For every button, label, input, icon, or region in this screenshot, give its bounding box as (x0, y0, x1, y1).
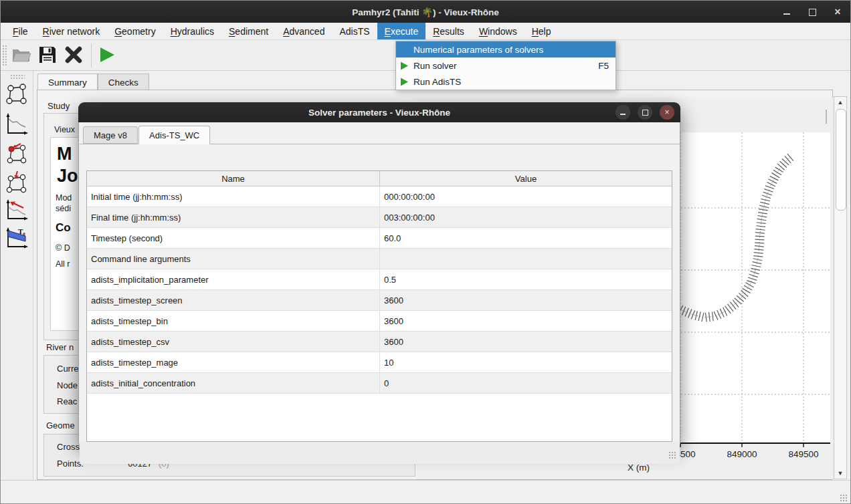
dialog-tab-mage-v8[interactable]: Mage v8 (83, 126, 138, 144)
dialog-bottom-strip (80, 442, 680, 464)
menu-river-network[interactable]: River network (35, 23, 108, 39)
menu-help[interactable]: Help (525, 23, 559, 39)
table-row[interactable]: Final time (jj:hh:mm:ss)003:00:00:00 (87, 207, 672, 228)
solver-parameters-dialog: Solver parameters - Vieux-Rhône × Mage v… (78, 102, 680, 445)
param-name-cell[interactable]: Timestep (second) (87, 228, 380, 248)
param-value-cell[interactable] (380, 249, 672, 269)
tab-checks[interactable]: Checks (98, 74, 149, 90)
menu-windows[interactable]: Windows (472, 23, 525, 39)
table-header: NameValue (87, 171, 672, 186)
menu-item-label: Numerical parameters of solvers (413, 45, 543, 55)
param-name-cell[interactable]: Initial time (jj:hh:mm:ss) (87, 186, 380, 207)
sidebar-drag-handle[interactable] (10, 74, 25, 80)
edit-reach-icon[interactable] (5, 170, 29, 194)
study-group-label: Study (45, 101, 72, 111)
window-titlebar[interactable]: Pamhyr2 (Tahiti 🌴) - Vieux-Rhône × (1, 1, 850, 23)
study-desc-line2: sédi (56, 204, 71, 213)
menu-item-label: Run AdisTS (413, 77, 461, 87)
param-name-cell[interactable]: adists_timestep_bin (87, 311, 380, 331)
nodes-label: Node (57, 380, 78, 390)
study-name-label: Vieux (54, 125, 75, 134)
table-row[interactable]: Timestep (second)60.0 (87, 228, 672, 249)
scroll-down-icon[interactable]: ▼ (834, 468, 846, 479)
param-name-cell[interactable]: adists_implicitation_parameter (87, 269, 380, 289)
param-name-cell[interactable]: Command line arguments (87, 249, 380, 269)
vertical-scrollbar[interactable]: ▲ ▼ (834, 96, 847, 479)
scroll-up-icon[interactable]: ▲ (834, 97, 846, 108)
close-icon[interactable]: × (833, 7, 842, 17)
run-play-icon[interactable] (96, 43, 118, 66)
menu-bar: FileRiver networkGeometryHydraulicsSedim… (1, 23, 850, 40)
param-name-cell[interactable]: adists_initial_concentration (87, 373, 380, 393)
menu-advanced[interactable]: Advanced (276, 23, 332, 39)
reverse-profile-icon[interactable] (5, 198, 29, 222)
menu-hydraulics[interactable]: Hydraulics (163, 23, 221, 39)
menu-geometry[interactable]: Geometry (107, 23, 163, 39)
param-value-cell[interactable]: 000:00:00:00 (380, 186, 672, 207)
execute-menu: Numerical parameters of solversRun solve… (395, 41, 616, 90)
param-name-cell[interactable]: adists_timestep_mage (87, 352, 380, 372)
menu-results[interactable]: Results (426, 23, 472, 39)
river-network-icon[interactable] (5, 83, 29, 107)
splitter-handle[interactable] (826, 110, 827, 124)
table-row[interactable]: Initial time (jj:hh:mm:ss)000:00:00:00 (87, 186, 672, 207)
table-row[interactable]: adists_timestep_screen3600 (87, 290, 672, 311)
table-row[interactable]: adists_timestep_mage10 (87, 352, 672, 373)
menu-file[interactable]: File (5, 23, 35, 39)
param-value-cell[interactable]: 3600 (380, 332, 672, 352)
profile-plot-icon[interactable] (5, 112, 29, 136)
study-heading2: Co (56, 221, 71, 235)
maximize-icon[interactable] (808, 7, 817, 17)
dialog-resize-grip[interactable] (668, 451, 677, 460)
x-tick-label: 849000 (714, 449, 770, 459)
window-resize-grip[interactable] (840, 494, 848, 503)
save-floppy-icon[interactable] (36, 43, 59, 66)
menu-item-numerical-parameters-of-solvers[interactable]: Numerical parameters of solvers (396, 41, 616, 57)
menu-execute[interactable]: Execute (377, 23, 426, 39)
table-row[interactable]: adists_timestep_csv3600 (87, 332, 672, 352)
table-row[interactable]: adists_initial_concentration0 (87, 373, 672, 394)
param-value-cell[interactable]: 0.5 (380, 269, 672, 289)
minimize-icon[interactable] (782, 7, 791, 17)
dialog-body: Mage v8Adis-TS_WC NameValueInitial time … (78, 122, 680, 445)
menu-item-shortcut: F5 (598, 61, 609, 71)
menu-sediment[interactable]: Sediment (221, 23, 276, 39)
param-value-cell[interactable]: 0 (380, 373, 672, 393)
column-header-value[interactable]: Value (380, 171, 672, 186)
param-name-cell[interactable]: Final time (jj:hh:mm:ss) (87, 207, 380, 227)
toolbar-drag-handle[interactable] (2, 45, 8, 66)
menu-item-run-solver[interactable]: Run solverF5 (396, 57, 616, 74)
param-value-cell[interactable]: 10 (380, 352, 672, 372)
scrollbar-thumb[interactable] (836, 109, 846, 211)
dialog-titlebar[interactable]: Solver parameters - Vieux-Rhône (78, 102, 680, 122)
table-row[interactable]: adists_timestep_bin3600 (87, 311, 672, 332)
dialog-close-icon[interactable]: × (660, 105, 674, 120)
svg-text:T₀: T₀ (18, 227, 25, 235)
param-name-cell[interactable]: adists_timestep_csv (87, 332, 380, 352)
study-copyright: © D (56, 243, 70, 253)
menu-item-run-adists[interactable]: Run AdisTS (396, 74, 616, 90)
study-title-line1: M (57, 144, 72, 164)
run-play-icon (98, 46, 116, 64)
tab-summary[interactable]: Summary (37, 74, 98, 90)
edit-node-icon[interactable] (5, 141, 29, 165)
table-row[interactable]: Command line arguments (87, 249, 672, 269)
initial-condition-t0-icon[interactable]: T₀ (5, 226, 29, 250)
delete-x-icon[interactable] (62, 43, 85, 66)
menu-adists[interactable]: AdisTS (332, 23, 377, 39)
x-tick-label: 849500 (775, 449, 832, 459)
param-value-cell[interactable]: 3600 (380, 290, 672, 310)
dialog-tab-adis-ts-wc[interactable]: Adis-TS_WC (138, 126, 210, 144)
current-reach-label: Curre (57, 364, 79, 374)
table-row[interactable]: adists_implicitation_parameter0.5 (87, 269, 672, 290)
param-value-cell[interactable]: 003:00:00:00 (380, 207, 672, 227)
dialog-minimize-icon[interactable] (616, 105, 630, 120)
dialog-maximize-icon[interactable] (638, 105, 652, 120)
open-folder-icon (11, 46, 31, 64)
param-name-cell[interactable]: adists_timestep_screen (87, 290, 380, 310)
geometry-label: Geome (46, 420, 75, 430)
param-value-cell[interactable]: 3600 (380, 311, 672, 331)
column-header-name[interactable]: Name (87, 171, 380, 186)
param-value-cell[interactable]: 60.0 (380, 228, 672, 248)
open-folder-icon[interactable] (10, 43, 33, 66)
